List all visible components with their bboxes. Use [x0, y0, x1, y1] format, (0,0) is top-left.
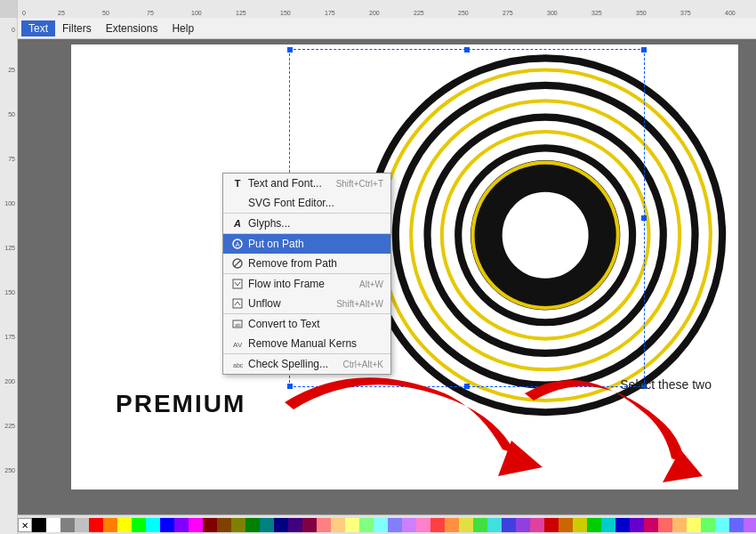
svg-font-icon [230, 196, 245, 210]
menu-remove-manual-kerns[interactable]: AV Remove Manual Kerns [223, 334, 390, 353]
menu-flow-into-frame[interactable]: Flow into Frame Alt+W [223, 274, 390, 294]
palette-swatch-42[interactable] [630, 518, 644, 532]
svg-text:A: A [236, 241, 240, 247]
ruler-vertical: 0 25 50 75 100 125 150 175 200 225 250 [0, 18, 18, 534]
palette-swatch-22[interactable] [345, 518, 359, 532]
menu-remove-from-path[interactable]: Remove from Path [223, 254, 390, 273]
remove-from-path-icon [230, 256, 245, 271]
svg-point-4 [428, 117, 664, 353]
palette-swatch-2[interactable] [60, 518, 75, 532]
svg-point-2 [368, 58, 722, 412]
palette-swatch-25[interactable] [388, 518, 402, 532]
palette-swatch-28[interactable] [430, 518, 445, 532]
palette-swatch-10[interactable] [174, 518, 189, 532]
palette-swatch-4[interactable] [89, 518, 103, 532]
palette-swatch-27[interactable] [416, 518, 430, 532]
menu-convert-to-text[interactable]: ab Convert to Text [223, 314, 390, 334]
palette-swatch-24[interactable] [374, 518, 388, 532]
palette-swatch-16[interactable] [260, 518, 274, 532]
palette-swatch-46[interactable] [687, 518, 701, 532]
palette-swatch-3[interactable] [75, 518, 89, 532]
menu-filters[interactable]: Filters [55, 20, 99, 36]
palette-swatch-41[interactable] [615, 518, 630, 532]
svg-rect-18 [233, 299, 242, 308]
palette-swatch-50[interactable] [744, 518, 756, 532]
palette-swatch-37[interactable] [559, 518, 573, 532]
palette-swatch-17[interactable] [274, 518, 288, 532]
glyphs-icon: A [230, 216, 245, 231]
ruler-corner [0, 0, 18, 18]
palette-swatch-8[interactable] [146, 518, 160, 532]
palette-swatch-32[interactable] [487, 518, 502, 532]
palette-swatch-36[interactable] [544, 518, 559, 532]
palette-swatch-29[interactable] [445, 518, 459, 532]
palette-swatch-14[interactable] [231, 518, 245, 532]
palette-swatch-13[interactable] [217, 518, 231, 532]
palette-swatch-30[interactable] [459, 518, 473, 532]
menu-help[interactable]: Help [165, 20, 201, 36]
premium-text: PREMIUM [116, 390, 245, 418]
menu-bar: Text Filters Extensions Help [18, 18, 756, 39]
palette-swatch-18[interactable] [288, 518, 302, 532]
menu-put-on-path[interactable]: A Put on Path [223, 234, 390, 254]
unflow-icon [230, 296, 245, 311]
palette-swatch-34[interactable] [516, 518, 530, 532]
palette-swatch-0[interactable] [32, 518, 46, 532]
palette-swatch-48[interactable] [715, 518, 729, 532]
menu-glyphs[interactable]: A Glyphs... [223, 214, 390, 233]
palette-swatch-47[interactable] [701, 518, 715, 532]
palette-swatch-31[interactable] [473, 518, 487, 532]
palette-swatch-20[interactable] [317, 518, 331, 532]
menu-svg-font-editor[interactable]: SVG Font Editor... [223, 193, 390, 213]
palette-swatch-23[interactable] [359, 518, 374, 532]
palette-swatch-11[interactable] [189, 518, 203, 532]
palette-swatch-9[interactable] [160, 518, 174, 532]
annotation-text: Select these two [620, 377, 712, 392]
palette-swatch-44[interactable] [658, 518, 672, 532]
palette-swatch-19[interactable] [302, 518, 317, 532]
menu-section-3: A Put on Path Remove from Path [223, 234, 390, 274]
svg-text:ab: ab [235, 322, 241, 328]
put-on-path-icon: A [230, 237, 245, 251]
palette-bar: ✕ [18, 514, 756, 534]
palette-swatch-38[interactable] [573, 518, 587, 532]
palette-swatch-45[interactable] [672, 518, 687, 532]
svg-line-16 [234, 260, 241, 267]
palette-swatch-7[interactable] [132, 518, 146, 532]
svg-rect-17 [233, 279, 242, 288]
palette-swatch-12[interactable] [203, 518, 217, 532]
main-area: 0 25 50 75 100 125 150 175 200 225 250 T… [0, 18, 756, 534]
svg-text:abc: abc [233, 362, 243, 368]
spelling-icon: abc [230, 357, 245, 371]
palette-swatch-6[interactable] [117, 518, 132, 532]
palette-swatch-5[interactable] [103, 518, 117, 532]
svg-point-8 [411, 101, 680, 369]
no-color-swatch[interactable]: ✕ [18, 518, 32, 532]
menu-check-spelling[interactable]: abc Check Spelling... Ctrl+Alt+K [223, 354, 390, 374]
palette-swatch-39[interactable] [587, 518, 601, 532]
palette-swatch-26[interactable] [402, 518, 416, 532]
app-window: 0 25 50 75 100 125 150 175 200 225 250 2… [0, 0, 756, 534]
svg-rect-1 [0, 18, 18, 516]
palette-swatch-35[interactable] [530, 518, 544, 532]
menu-section-2: A Glyphs... [223, 214, 390, 234]
palette-swatch-33[interactable] [502, 518, 516, 532]
ruler-top: 0 25 50 75 100 125 150 175 200 225 250 2… [0, 0, 756, 18]
dropdown-menu: T Text and Font... Shift+Ctrl+T SVG Font… [222, 173, 391, 375]
palette-swatch-1[interactable] [46, 518, 60, 532]
flow-frame-icon [230, 277, 245, 291]
menu-section-1: T Text and Font... Shift+Ctrl+T SVG Font… [223, 174, 390, 214]
menu-extensions[interactable]: Extensions [99, 20, 165, 36]
menu-section-6: abc Check Spelling... Ctrl+Alt+K [223, 354, 390, 374]
palette-swatch-43[interactable] [644, 518, 658, 532]
menu-text-and-font[interactable]: T Text and Font... Shift+Ctrl+T [223, 174, 390, 193]
menu-unflow[interactable]: Unflow Shift+Alt+W [223, 294, 390, 313]
menu-section-4: Flow into Frame Alt+W Unflow Shift+Alt+W [223, 274, 390, 314]
text-icon: T [230, 176, 245, 190]
palette-swatch-21[interactable] [331, 518, 345, 532]
canvas-area[interactable]: Text Filters Extensions Help [18, 18, 756, 534]
palette-swatch-15[interactable] [245, 518, 260, 532]
menu-text[interactable]: Text [21, 20, 55, 36]
palette-swatch-40[interactable] [601, 518, 615, 532]
palette-swatch-49[interactable] [729, 518, 744, 532]
